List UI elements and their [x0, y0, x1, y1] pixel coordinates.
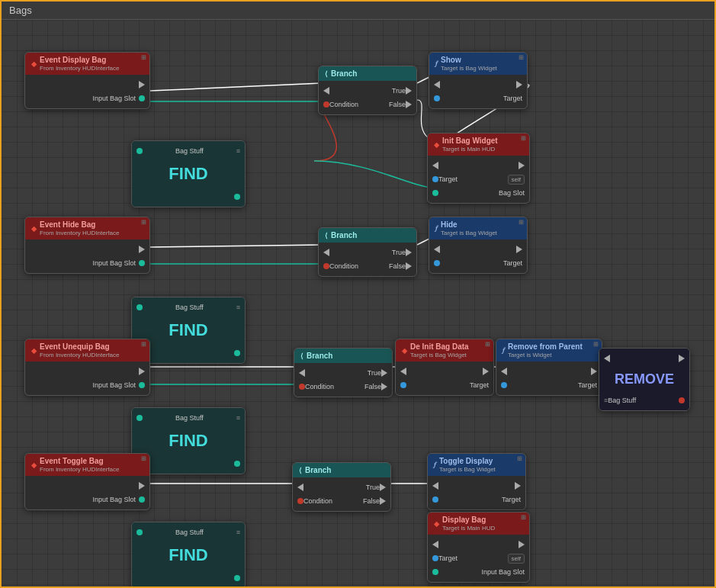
- remove-from-parent-subtitle: Target is Widget: [508, 352, 583, 358]
- branch1-body: True Condition False: [319, 81, 416, 114]
- rfp-target-row: Target: [496, 378, 602, 392]
- branch4-false-label: False: [363, 497, 380, 505]
- branch2-cond-label: Condition: [329, 262, 358, 270]
- remove-from-parent-title: Remove from Parent: [508, 342, 583, 351]
- branch3-false-pin: [381, 383, 387, 390]
- bag-slot-label: Input Bag Slot: [92, 95, 136, 102]
- branch3-cond-row: Condition False: [294, 380, 392, 394]
- branch2-exec-row: True: [319, 246, 416, 259]
- hide-target-row: Target: [429, 256, 527, 270]
- ehb-bagslot-pin: [139, 260, 145, 266]
- ehb-bagslot-row: Input Bag Slot: [25, 256, 149, 270]
- show-exec-out: [516, 81, 522, 88]
- toggle-display-body: Target: [428, 476, 525, 509]
- event-unequip-bag-title: Event Unequip Bag: [40, 342, 119, 351]
- branch4-exec-in: [297, 484, 303, 491]
- main-window: Bags: [0, 0, 716, 588]
- node-event-display-bag[interactable]: ◆ Event Display Bag From Inventory HUDIn…: [24, 52, 150, 109]
- node-display-bag[interactable]: ◆ Display Bag Target is Main HUD ⊞ Targe…: [427, 512, 530, 583]
- show-body: Target: [429, 75, 527, 108]
- hide-exec-row: [429, 243, 527, 256]
- node-show[interactable]: 𝑓 Show Target is Bag Widget ⊞ Target: [429, 52, 528, 109]
- event-display-bag-subtitle: From Inventory HUDInterface: [40, 65, 119, 72]
- eub-bagslot-pin: [139, 382, 145, 388]
- remove-body: REMOVE ≡ Bag Stuff: [599, 349, 689, 410]
- show-title: Show: [441, 56, 497, 64]
- bag-slot-pin: [139, 95, 145, 101]
- event-toggle-bag-header: ◆ Event Toggle Bag From Inventory HUDInt…: [25, 454, 149, 476]
- node-hide[interactable]: 𝑓 Hide Target is Bag Widget ⊞ Target: [429, 217, 528, 274]
- ehb-exec-row: [25, 243, 149, 256]
- branch3-exec-in: [299, 369, 305, 377]
- title-bar: Bags: [2, 2, 714, 20]
- node-branch-3[interactable]: ⟨ Branch True Condition False: [294, 348, 393, 397]
- branch4-cond-label: Condition: [303, 497, 332, 505]
- node-find-4[interactable]: Bag Stuff ≡ FIND: [131, 522, 246, 586]
- node-event-unequip-bag[interactable]: ◆ Event Unequip Bag From Inventory HUDIn…: [24, 339, 150, 396]
- find3-find-label: FIND: [132, 425, 245, 457]
- node-toggle-display[interactable]: 𝑓 Toggle Display Target is Bag Widget ⊞ …: [427, 453, 526, 510]
- de-init-title: De Init Bag Data: [410, 342, 469, 351]
- canvas[interactable]: ◆ Event Display Bag From Inventory HUDIn…: [2, 20, 714, 586]
- td-target-pin: [432, 496, 438, 503]
- event-hide-bag-subtitle: From Inventory HUDInterface: [40, 230, 119, 236]
- exec-out-pin: [139, 81, 145, 88]
- node-event-toggle-bag[interactable]: ◆ Event Toggle Bag From Inventory HUDInt…: [24, 453, 150, 510]
- find1-out-pin: [234, 194, 240, 200]
- eub-bagslot-label: Input Bag Slot: [92, 381, 136, 389]
- branch1-cond-row: Condition False: [319, 98, 416, 111]
- node-find-1[interactable]: Bag Stuff ≡ FIND: [131, 140, 246, 207]
- node-remove-from-parent[interactable]: 𝑓 Remove from Parent Target is Widget ⊞ …: [496, 339, 602, 396]
- node-remove[interactable]: REMOVE ≡ Bag Stuff: [599, 348, 690, 411]
- de-init-target-pin: [400, 382, 406, 388]
- node-de-init-bag-data[interactable]: ◆ De Init Bag Data Target is Bag Widget …: [395, 339, 494, 396]
- event-unequip-bag-subtitle: From Inventory HUDInterface: [40, 352, 119, 358]
- event-hide-bag-header: ◆ Event Hide Bag From Inventory HUDInter…: [25, 217, 149, 239]
- de-init-header: ◆ De Init Bag Data Target is Bag Widget …: [396, 339, 493, 361]
- hide-exec-in: [434, 246, 440, 253]
- node-branch-2[interactable]: ⟨ Branch True Condition False: [318, 227, 417, 277]
- eub-exec-out: [139, 368, 145, 375]
- branch1-true-pin: [406, 87, 412, 95]
- branch3-title: Branch: [307, 352, 332, 360]
- find3-out-pin: [234, 461, 240, 467]
- svg-line-2: [150, 245, 322, 247]
- node-branch-4[interactable]: ⟨ Branch True Condition False: [292, 462, 391, 512]
- hide-target-pin: [434, 260, 440, 266]
- remove-bag-stuff-label: Bag Stuff: [608, 397, 636, 404]
- show-target-row: Target: [429, 92, 527, 105]
- node-branch-1[interactable]: ⟨ Branch True Condition False: [318, 66, 417, 115]
- remove-exec-in: [604, 355, 610, 362]
- td-exec-out: [515, 482, 521, 490]
- rfp-target-pin: [501, 382, 507, 388]
- branch4-true-pin: [380, 484, 386, 491]
- etb-bagslot-pin: [139, 496, 145, 503]
- branch4-header: ⟨ Branch: [293, 463, 390, 477]
- find2-bag-stuff: Bag Stuff ≡: [132, 300, 245, 314]
- branch1-false-pin: [406, 101, 412, 108]
- db-self-badge: self: [508, 554, 525, 564]
- node-init-bag-widget[interactable]: ◆ Init Bag Widget Target is Main HUD ⊞ T…: [427, 133, 530, 204]
- branch3-false-label: False: [364, 383, 381, 390]
- ibw-exec-in: [432, 162, 438, 169]
- branch4-body: True Condition False: [293, 477, 390, 511]
- td-exec-in: [432, 482, 438, 490]
- db-target-label: Target: [438, 554, 458, 562]
- event-hide-bag-body: Input Bag Slot: [25, 239, 149, 273]
- ibw-bagslot-pin: [432, 190, 438, 196]
- find3-in-pin: [136, 415, 143, 421]
- branch1-header: ⟨ Branch: [319, 66, 416, 81]
- rfp-exec-in: [501, 368, 507, 375]
- branch2-body: True Condition False: [319, 243, 416, 276]
- branch3-exec-row: True: [294, 366, 392, 380]
- find2-label: Bag Stuff: [175, 304, 204, 311]
- node-event-hide-bag[interactable]: ◆ Event Hide Bag From Inventory HUDInter…: [24, 217, 150, 274]
- branch2-title: Branch: [331, 231, 357, 239]
- rfp-target-label: Target: [578, 381, 597, 389]
- find2-out-pin: [234, 350, 240, 356]
- etb-exec-out: [139, 482, 145, 490]
- db-exec-row: [428, 538, 529, 551]
- find4-in-pin: [136, 529, 143, 535]
- db-exec-out: [519, 541, 525, 548]
- branch4-cond-row: Condition False: [293, 494, 390, 508]
